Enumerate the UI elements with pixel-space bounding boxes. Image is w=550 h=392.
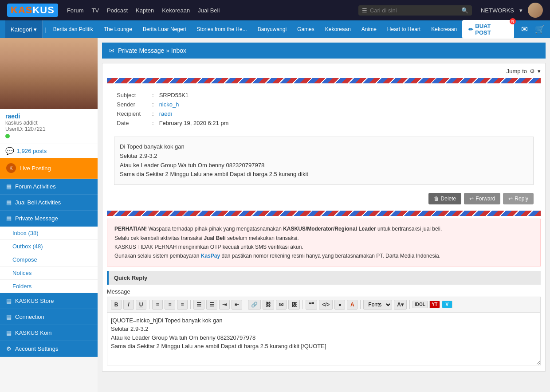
sender-link[interactable]: nicko_h [159, 101, 179, 108]
kaskus-logo[interactable]: KASKUS [7, 4, 58, 17]
sidebar-item-connection[interactable]: ▤ Connection [0, 309, 98, 325]
quote-button[interactable]: ❝❞ [306, 300, 317, 310]
cat-berita-luar[interactable]: Berita Luar Negeri [138, 20, 191, 38]
nav-tv[interactable]: TV [91, 7, 99, 14]
top-nav-right: NETWORKS ▾ [481, 3, 543, 18]
vimeo-icon-button[interactable]: V [442, 301, 452, 308]
code-button[interactable]: </> [319, 300, 333, 310]
sidebar-item-jual-beli[interactable]: ▤ Jual Beli Activities [0, 195, 98, 211]
sidebar-item-account-settings[interactable]: ⚙ Account Settings [0, 341, 98, 357]
toolbar-sep-6 [409, 300, 410, 309]
notification-badge: N [510, 18, 516, 24]
outdent-button[interactable]: ⇤ [232, 300, 242, 310]
mail-icon[interactable]: ✉ [521, 24, 528, 34]
cat-anime[interactable]: Anime [356, 20, 382, 38]
profile-name[interactable]: raedi [5, 113, 92, 120]
profile-posts[interactable]: 💬 1,926 posts [0, 144, 98, 158]
sidebar-pm-inbox[interactable]: Inbox (38) [0, 227, 98, 240]
underline-button[interactable]: U [136, 300, 146, 310]
align-right-button[interactable]: ≡ [177, 300, 188, 310]
align-center-button[interactable]: ≡ [165, 300, 175, 310]
kategori-button[interactable]: Kategori ▾ [5, 20, 43, 38]
forward-button[interactable]: ↩ Forward [464, 193, 500, 204]
search-input[interactable] [370, 7, 459, 14]
cart-icon[interactable]: 🛒 [535, 24, 545, 34]
sidebar-pm-outbox[interactable]: Outbox (48) [0, 240, 98, 253]
buat-post-button[interactable]: ✏ BUAT POST N [462, 20, 514, 39]
subject-value: SRPD55K1 [157, 90, 232, 100]
chevron-down-icon[interactable]: ▾ [538, 68, 541, 74]
toolbar-sep-5 [360, 300, 361, 309]
chat-bubble-icon: 💬 [5, 147, 14, 155]
nav-forum[interactable]: Forum [67, 7, 84, 14]
recipient-link[interactable]: raedi [159, 110, 172, 117]
cat-stories[interactable]: Stories from the He... [191, 20, 252, 38]
nav-kekoreaan[interactable]: Kekoreaan [162, 7, 190, 14]
italic-button[interactable]: I [123, 300, 134, 310]
toolbar-sep-4 [302, 300, 303, 309]
main-layout: raedi kaskus addict UserID: 1207221 💬 1,… [0, 38, 550, 392]
store-icon: ▤ [6, 298, 12, 304]
reply-textarea[interactable]: [QUOTE=nicko_h]Di Toped banyak kok gan S… [107, 312, 541, 365]
reply-button[interactable]: ↩ Reply [503, 193, 534, 204]
unlink-button[interactable]: ⛓ [263, 300, 274, 310]
nav-kapten[interactable]: Kapten [136, 7, 154, 14]
online-indicator [5, 134, 10, 138]
profile-info: raedi kaskus addict UserID: 1207221 [0, 109, 98, 144]
youtube-icon-button[interactable]: YT [429, 301, 440, 308]
cat-kekoreaan2[interactable]: Kekoreaan [426, 20, 462, 38]
sidebar-item-live-posting[interactable]: K Live Posting [0, 158, 98, 179]
sidebar-item-kaskus-koin[interactable]: ▤ KASKUS Koin [0, 325, 98, 341]
date-label: Date [114, 118, 149, 128]
action-buttons: 🗑 Delete ↩ Forward ↩ Reply [107, 189, 541, 208]
cat-heart[interactable]: Heart to Heart [382, 20, 426, 38]
gear-icon[interactable]: ⚙ [530, 68, 535, 74]
sidebar-item-forum-activities[interactable]: ▤ Forum Activities [0, 179, 98, 195]
delete-button[interactable]: 🗑 Delete [428, 193, 462, 204]
editor-toolbar: B I U ≡ ≡ ≡ ☰ ☰ ⇥ ⇤ 🔗 ⛓ ✉ 🖼 ❝❞ </> [107, 297, 541, 312]
cat-games[interactable]: Games [292, 20, 320, 38]
quick-reply-header: Quick Reply [107, 271, 541, 285]
chevron-down-icon: ▾ [34, 26, 37, 33]
spoiler-button[interactable]: ● [334, 300, 345, 310]
jual-beli-icon: ▤ [6, 199, 12, 206]
indent-button[interactable]: ⇥ [219, 300, 230, 310]
sidebar-item-kaskus-store[interactable]: ▤ KASKUS Store [0, 293, 98, 309]
cat-berita-politik[interactable]: Berita dan Politik [48, 20, 98, 38]
list-ol-button[interactable]: ☰ [206, 300, 217, 310]
koin-icon: ▤ [6, 329, 12, 336]
pencil-icon: ✏ [468, 26, 473, 33]
cat-right: ✏ BUAT POST N ✉ 🛒 [462, 20, 545, 39]
idol-icon-button[interactable]: IDOL [412, 301, 428, 308]
sidebar-pm-folders[interactable]: Folders [0, 280, 98, 293]
fonts-select[interactable]: Fonts [363, 300, 392, 310]
link-button[interactable]: 🔗 [248, 300, 261, 310]
search-icon[interactable]: 🔍 [461, 7, 468, 14]
sidebar: raedi kaskus addict UserID: 1207221 💬 1,… [0, 38, 98, 392]
avatar[interactable] [528, 3, 543, 18]
trash-icon: 🗑 [434, 196, 439, 202]
networks-button[interactable]: NETWORKS [481, 7, 514, 14]
align-left-button[interactable]: ≡ [152, 300, 163, 310]
font-color-button[interactable]: A [347, 300, 358, 310]
profile-userid: UserID: 1207221 [5, 126, 92, 132]
sidebar-item-private-message[interactable]: ▤ Private Message [0, 211, 98, 227]
sidebar-pm-notices[interactable]: Notices [0, 267, 98, 280]
cat-kekoreaan[interactable]: Kekoreaan [320, 20, 356, 38]
font-size-button[interactable]: A▾ [394, 300, 407, 310]
list-ul-button[interactable]: ☰ [193, 300, 204, 310]
live-posting-icon: K [6, 163, 16, 173]
warning-box: PERHATIAN! Waspada terhadap pihak-pihak … [107, 219, 541, 267]
cat-lounge[interactable]: The Lounge [98, 20, 138, 38]
image-button[interactable]: 🖼 [288, 300, 300, 310]
nav-jual-beli[interactable]: Jual Beli [198, 7, 220, 14]
msg-line-2: Sekitar 2.9-3.2 [120, 152, 528, 161]
nav-podcast[interactable]: Podcast [107, 7, 128, 14]
sidebar-pm-compose[interactable]: Compose [0, 253, 98, 267]
bold-button[interactable]: B [111, 300, 122, 310]
forward-icon: ↩ [469, 196, 474, 202]
pm-header-icon: ✉ [109, 47, 114, 54]
cat-banyuwangi[interactable]: Banyuwangi [252, 20, 292, 38]
date-value: February 19, 2020 6:21 pm [157, 118, 232, 128]
email-button[interactable]: ✉ [276, 300, 287, 310]
